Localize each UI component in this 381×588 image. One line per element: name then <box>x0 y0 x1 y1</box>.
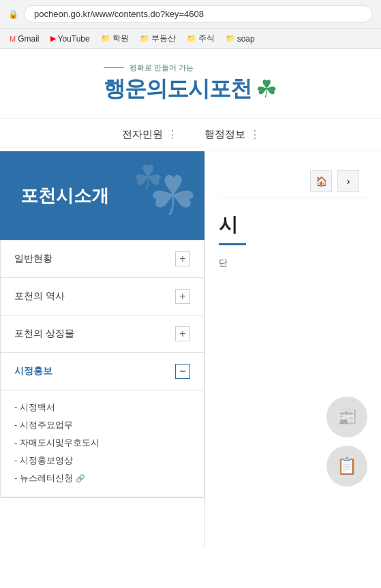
content-title-area: 시 단 <box>219 198 367 277</box>
sidebar-submenu: - 시정백서 - 시정주요업무 - 자매도시및우호도시 - 시정홍보영상 - 뉴… <box>1 390 204 497</box>
bookmark-budongsan-label: 부동산 <box>151 33 176 44</box>
home-button[interactable]: 🏠 <box>310 170 332 192</box>
folder-icon-soap: 📁 <box>226 34 235 43</box>
title-divider <box>219 243 246 245</box>
logo-clover-icon: ☘ <box>256 75 277 104</box>
bookmark-soap-label: soap <box>237 34 255 44</box>
sidebar-menu-expand-symbol[interactable]: + <box>175 326 190 341</box>
submenu-jamae[interactable]: - 자매도시및우호도시 <box>14 434 190 452</box>
bookmark-youtube-label: YouTube <box>58 34 90 44</box>
nav-dots-1: ⋮ <box>167 128 177 141</box>
logo-subtitle: 평화로 만들어 가는 <box>104 63 194 73</box>
circle-icon-1: 📰 <box>326 397 367 437</box>
main-content: 🏠 › 시 단 📰 📋 <box>204 151 381 546</box>
submenu-sijeongvideo[interactable]: - 시정홍보영상 <box>14 452 190 469</box>
folder-icon-hakwon: 📁 <box>101 34 110 43</box>
lock-icon: 🔒 <box>8 10 18 19</box>
folder-icon-budongsan: 📁 <box>140 34 149 43</box>
nav-item-jeonjaminwon[interactable]: 전자민원 ⋮ <box>122 128 177 141</box>
bookmark-soap[interactable]: 📁 soap <box>222 33 259 45</box>
submenu-sijeongjoyo[interactable]: - 시정주요업무 <box>14 416 190 434</box>
sidebar-menu: 일반현황 + 포천의 역사 + 포천의 상징물 + <box>0 240 204 498</box>
bookmark-hakwon[interactable]: 📁 학원 <box>97 31 133 46</box>
external-link-icon: 🔗 <box>76 474 85 483</box>
circle-icon-group: 📰 📋 <box>326 397 367 486</box>
sidebar-menu-label-symbol: 포천의 상징물 <box>14 328 74 340</box>
sidebar-menu-item-sijeong[interactable]: 시정홍보 − <box>1 353 204 390</box>
site-header: 평화로 만들어 가는 행운의도시포천 ☘ <box>0 49 381 118</box>
chevron-right-icon: › <box>347 176 350 187</box>
logo-main: 행운의도시포천 ☘ <box>104 74 277 104</box>
sidebar-menu-collapse-sijeong[interactable]: − <box>175 364 190 379</box>
logo-text: 행운의도시포천 <box>104 74 252 104</box>
content-area: ☘ ☘ 포천시소개 일반현황 + 포천의 역사 + <box>0 151 381 546</box>
nav-label-jeonjaminwon: 전자민원 <box>122 128 163 141</box>
browser-address-bar: 🔒 pocheon.go.kr/www/contents.do?key=4608 <box>0 0 381 29</box>
sidebar-menu-expand-ilban[interactable]: + <box>175 251 190 266</box>
sidebar-menu-expand-history[interactable]: + <box>175 289 190 304</box>
sidebar-menu-label-sijeong: 시정홍보 <box>14 365 52 377</box>
bookmark-budongsan[interactable]: 📁 부동산 <box>136 31 180 46</box>
nav-item-haengjeongjeongbo[interactable]: 행정정보 ⋮ <box>204 128 260 141</box>
nav-dots-2: ⋮ <box>249 128 260 141</box>
sidebar-menu-item-ilban[interactable]: 일반현황 + <box>1 241 204 278</box>
page-description: 단 <box>219 256 367 270</box>
bookmark-gmail-label: Gmail <box>18 34 39 44</box>
content-top-bar: 🏠 › <box>219 165 367 198</box>
sidebar-menu-label-ilban: 일반현황 <box>14 253 52 265</box>
bookmark-jusik[interactable]: 📁 주식 <box>183 31 219 46</box>
bookmark-gmail[interactable]: M Gmail <box>5 33 44 45</box>
circle-icon-2: 📋 <box>326 446 367 486</box>
home-icon: 🏠 <box>316 176 327 187</box>
site-wrapper: 평화로 만들어 가는 행운의도시포천 ☘ 전자민원 ⋮ 행정정보 ⋮ ☘ ☘ 포… <box>0 49 381 588</box>
logo-area: 평화로 만들어 가는 행운의도시포천 ☘ <box>104 63 277 104</box>
bookmark-hakwon-label: 학원 <box>112 33 129 44</box>
sidebar-header: ☘ ☘ 포천시소개 <box>0 151 204 240</box>
next-breadcrumb-button[interactable]: › <box>337 170 359 192</box>
sidebar-menu-item-symbol[interactable]: 포천의 상징물 + <box>1 315 204 353</box>
bookmark-youtube[interactable]: ▶ YouTube <box>46 33 94 45</box>
gmail-icon: M <box>10 35 16 43</box>
clover-deco2-icon: ☘ <box>133 158 164 198</box>
nav-label-haengjeongjeongbo: 행정정보 <box>204 128 245 141</box>
url-input[interactable]: pocheon.go.kr/www/contents.do?key=4608 <box>24 5 373 22</box>
bookmarks-bar: M Gmail ▶ YouTube 📁 학원 📁 부동산 📁 주식 📁 soap <box>0 29 381 49</box>
sidebar-header-title: 포천시소개 <box>20 184 109 208</box>
folder-icon-jusik: 📁 <box>187 34 196 43</box>
youtube-icon: ▶ <box>50 34 56 43</box>
sidebar: ☘ ☘ 포천시소개 일반현황 + 포천의 역사 + <box>0 151 204 546</box>
main-nav: 전자민원 ⋮ 행정정보 ⋮ <box>0 118 381 151</box>
page-title: 시 <box>219 212 367 238</box>
submenu-newsletter[interactable]: - 뉴스레터신청 🔗 <box>14 469 190 487</box>
submenu-sijeongbaekseo[interactable]: - 시정백서 <box>14 399 190 416</box>
sidebar-menu-label-history: 포천의 역사 <box>14 290 65 303</box>
sidebar-menu-item-history[interactable]: 포천의 역사 + <box>1 278 204 315</box>
bookmark-jusik-label: 주식 <box>198 33 215 44</box>
